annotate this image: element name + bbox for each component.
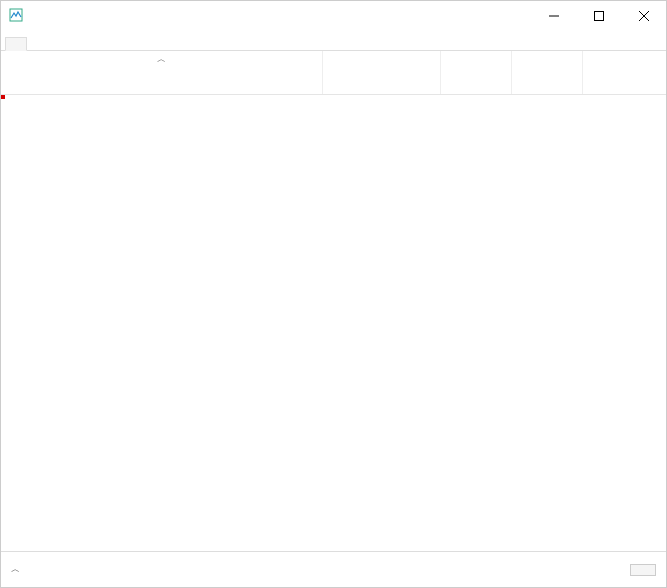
process-list[interactable] — [1, 95, 666, 551]
highlight-annotation — [1, 95, 5, 99]
tab-processes[interactable] — [5, 37, 27, 51]
svg-rect-2 — [594, 12, 603, 21]
column-headers: ︿ — [1, 51, 666, 95]
app-icon — [9, 8, 23, 25]
tabs — [1, 37, 666, 51]
minimize-button[interactable] — [531, 1, 576, 31]
tab-startup[interactable] — [67, 37, 87, 50]
col-memory-header[interactable] — [512, 51, 583, 94]
close-button[interactable] — [621, 1, 666, 31]
sort-indicator-icon: ︿ — [157, 53, 166, 66]
col-name-header[interactable]: ︿ — [1, 51, 323, 94]
titlebar — [1, 1, 666, 31]
tab-app-history[interactable] — [47, 37, 67, 50]
col-disk-header[interactable] — [583, 51, 665, 94]
tab-details[interactable] — [107, 37, 127, 50]
end-task-button[interactable] — [630, 564, 656, 576]
col-cpu-header[interactable] — [441, 51, 512, 94]
tab-services[interactable] — [127, 37, 147, 50]
tab-performance[interactable] — [27, 37, 47, 50]
col-status-header[interactable] — [323, 51, 441, 94]
tab-users[interactable] — [87, 37, 107, 50]
maximize-button[interactable] — [576, 1, 621, 31]
footer: ︿ — [1, 551, 666, 587]
chevron-up-icon: ︿ — [11, 563, 20, 576]
